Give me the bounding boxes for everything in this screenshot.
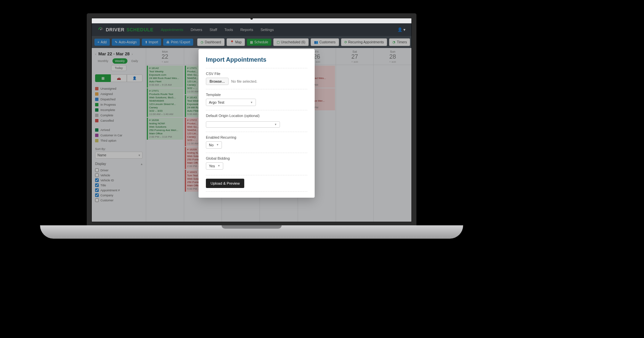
display-checkbox[interactable]	[95, 198, 99, 202]
tab-dashboard[interactable]: ◷Dashboard	[197, 38, 225, 46]
appointment-card[interactable]: # 18142Test WeeklyExposure.com24 Mill Ro…	[147, 66, 183, 88]
upload-preview-button[interactable]: Upload & Preview	[206, 179, 244, 188]
bidding-select[interactable]: Yes▼	[206, 162, 223, 170]
add-button[interactable]: +Add	[94, 39, 110, 46]
appointment-line: Canary	[149, 106, 182, 109]
legend-item: Assigned	[95, 91, 142, 97]
appointment-line: Main Office	[149, 132, 182, 135]
tab-map[interactable]: 📍Map	[227, 38, 245, 46]
tab-timers[interactable]: ◔Timers	[389, 38, 410, 46]
appointment-line: Test Weekly	[149, 70, 182, 73]
tab-customers[interactable]: 👥Customers	[311, 38, 339, 46]
display-option-label: Driver	[100, 169, 108, 172]
browse-button[interactable]: Browse...	[206, 78, 229, 85]
template-select[interactable]: Argo Test▼	[206, 99, 256, 106]
dashboard-icon: ◷	[201, 40, 204, 44]
day-column: Sun28+ add	[373, 48, 411, 222]
caret-down-icon: ▼	[218, 164, 220, 167]
appointment-card[interactable]: # 16208testing NOW!Web Solutions250 Pome…	[147, 118, 183, 140]
laptop-notch	[222, 225, 282, 229]
template-label: Template	[206, 93, 307, 97]
display-option-label: Vehicle	[100, 174, 110, 177]
display-option[interactable]: Driver	[95, 168, 142, 173]
appointment-line: 11:00 AM – 1:40 AM	[149, 113, 182, 116]
nav-staff[interactable]: Staff	[210, 28, 217, 32]
wand-icon: ✎	[115, 40, 117, 44]
sort-select[interactable]: Name▾	[95, 152, 142, 159]
legend-label: Arrived	[100, 128, 110, 132]
view-monthly[interactable]: Monthly	[95, 58, 111, 64]
display-option[interactable]: Vehicle ID	[95, 178, 142, 183]
legend-label: Incomplete	[100, 108, 115, 112]
recurring-select[interactable]: No▼	[206, 141, 222, 149]
auto-assign-button[interactable]: ✎Auto-Assign	[112, 39, 140, 46]
add-appointment-slot[interactable]: + add	[374, 60, 411, 63]
day-column: Sat27+ add	[336, 48, 374, 222]
customers-icon: 👥	[314, 40, 318, 44]
day-column: Mon22+ add# 18142Test WeeklyExposure.com…	[146, 48, 184, 222]
display-checkbox[interactable]	[95, 178, 99, 182]
recurring-icon: ⟳	[344, 40, 347, 44]
laptop-base	[40, 225, 463, 239]
display-option-label: Title	[100, 184, 106, 187]
mode-vehicle[interactable]: 🚗	[111, 74, 126, 82]
display-option[interactable]: Customer	[95, 198, 142, 203]
add-appointment-slot[interactable]: + add	[146, 60, 184, 63]
tab-schedule[interactable]: ▦Schedule	[247, 39, 271, 46]
caret-down-icon: ▼	[250, 101, 253, 104]
import-appointments-modal: Import Appointments CSV File Browse... N…	[199, 49, 315, 198]
display-checkbox[interactable]	[95, 188, 99, 192]
nav-reports[interactable]: Reports	[240, 28, 253, 32]
display-toggle[interactable]: Display ▴	[95, 162, 142, 166]
bidding-label: Global Bidding	[206, 156, 307, 160]
display-option[interactable]: Vehicle	[95, 173, 142, 178]
modal-title: Import Appointments	[206, 56, 307, 63]
display-option-label: Vehicle ID	[100, 179, 114, 182]
tab-unscheduled[interactable]: ▢Unscheduled (6)	[273, 38, 309, 46]
pin-icon: 📍	[230, 40, 234, 44]
nav-drivers[interactable]: Drivers	[191, 28, 202, 32]
legend-item: Cancelled	[95, 118, 142, 123]
today-button[interactable]: Today	[111, 65, 126, 71]
display-option[interactable]: Title	[95, 183, 142, 188]
brand-word-1: DRIVER	[106, 27, 124, 32]
prev-week-button[interactable]: ‹	[95, 52, 96, 56]
legend-label: Dispatched	[100, 98, 115, 101]
tab-recurring[interactable]: ⟳Recurring Appointments	[341, 38, 387, 46]
mode-calendar[interactable]: ▦	[95, 74, 111, 82]
calendar-icon: ▦	[101, 76, 104, 80]
appointment-card[interactable]: # 17971Products Route TestWeb Solutions;…	[147, 88, 183, 117]
sidebar: ‹ Mar 22 - Mar 28 › Monthly Weekly Daily…	[92, 48, 146, 222]
appointment-line: # 16208	[149, 119, 182, 122]
add-appointment-slot[interactable]: + add	[336, 60, 374, 63]
calendar-mode-toggle: ▦ 🚗 👤	[95, 74, 142, 82]
display-checkbox[interactable]	[95, 173, 99, 177]
display-option[interactable]: Company	[95, 193, 142, 198]
appointment-line: 9:00 AM – 9:15 AM	[149, 83, 182, 87]
nav-tools[interactable]: Tools	[224, 28, 233, 32]
subbar: +Add ✎Auto-Assign ⬆Import 🖶Print / Expor…	[92, 36, 411, 48]
display-option[interactable]: Appointment #	[95, 188, 142, 193]
day-name: Sun	[374, 50, 411, 53]
display-checkbox[interactable]	[95, 193, 99, 197]
origin-select[interactable]: ▼	[206, 121, 280, 128]
view-mode: Monthly Weekly Daily	[95, 58, 142, 64]
next-week-button[interactable]: ›	[132, 52, 133, 56]
display-checkbox[interactable]	[95, 183, 99, 187]
legend-swatch-icon	[95, 134, 98, 137]
mode-driver[interactable]: 👤	[127, 74, 142, 82]
view-weekly[interactable]: Weekly	[112, 58, 127, 64]
day-header: Sat27+ add	[336, 48, 374, 65]
brand-logo-icon	[98, 27, 104, 33]
appointment-line: Web Solutions; BioS...	[149, 96, 182, 99]
import-button[interactable]: ⬆Import	[142, 39, 161, 46]
camera-icon	[251, 17, 253, 20]
user-menu-icon[interactable]: 👤 ▾	[397, 27, 405, 32]
display-checkbox[interactable]	[95, 168, 99, 172]
day-number: 22	[146, 53, 184, 60]
view-daily[interactable]: Daily	[129, 58, 141, 64]
nav-settings[interactable]: Settings	[261, 28, 274, 32]
date-nav: ‹ Mar 22 - Mar 28 ›	[95, 51, 142, 56]
print-export-button[interactable]: 🖶Print / Export	[163, 39, 193, 46]
nav-appointments[interactable]: Appointments	[161, 28, 183, 32]
